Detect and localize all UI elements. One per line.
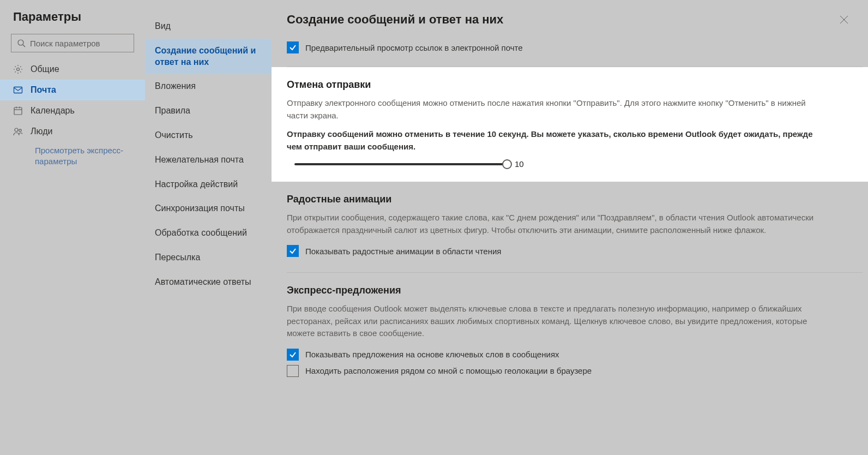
subnav-attachments[interactable]: Вложения <box>145 74 272 99</box>
quick-settings-link[interactable]: Просмотреть экспресс-параметры <box>0 142 145 166</box>
subnav-forwarding[interactable]: Пересылка <box>145 246 272 270</box>
suggest-keywords-label: Показывать предложения на основе ключевы… <box>305 350 559 359</box>
search-box[interactable] <box>11 34 134 52</box>
nav-item-mail[interactable]: Почта <box>0 80 145 100</box>
settings-main-panel: Создание сообщений и ответ на них Предва… <box>272 0 868 455</box>
undo-send-section: Отмена отправки Отправку электронного со… <box>272 67 868 182</box>
joyful-animations-section: Радостные анимации При открытии сообщени… <box>287 182 863 273</box>
nav-item-people[interactable]: Люди <box>0 121 145 142</box>
subnav-sync[interactable]: Синхронизация почты <box>145 196 272 221</box>
suggest-geolocation-label: Находить расположения рядом со мной с по… <box>305 366 592 375</box>
subnav-compose-reply[interactable]: Создание сообщений и ответ на них <box>145 39 272 75</box>
link-preview-section: Предварительный просмотр ссылок в электр… <box>287 38 863 67</box>
suggest-heading: Экспресс-предложения <box>287 285 824 296</box>
search-input[interactable] <box>30 39 128 48</box>
svg-line-1 <box>23 45 25 47</box>
page-title: Создание сообщений и ответ на них <box>287 13 503 27</box>
subnav-automatic-replies[interactable]: Автоматические ответы <box>145 270 272 295</box>
suggest-geolocation-checkbox[interactable] <box>287 365 299 377</box>
svg-rect-3 <box>14 87 22 93</box>
undo-send-desc: Отправку электронного сообщения можно от… <box>287 97 824 122</box>
subnav-message-handling[interactable]: Обработка сообщений <box>145 221 272 246</box>
nav-item-calendar[interactable]: Календарь <box>0 100 145 121</box>
svg-point-0 <box>18 40 23 45</box>
mail-icon <box>13 85 23 95</box>
subnav-rules[interactable]: Правила <box>145 99 272 123</box>
svg-rect-4 <box>14 107 22 115</box>
search-icon <box>17 38 26 48</box>
undo-send-value: 10 <box>515 159 524 169</box>
undo-send-bold-desc: Отправку сообщений можно отменить в тече… <box>287 128 824 153</box>
svg-point-9 <box>19 129 21 131</box>
nav-label: Календарь <box>31 106 75 116</box>
settings-sidebar-secondary: Вид Создание сообщений и ответ на них Вл… <box>145 0 272 455</box>
settings-sidebar-primary: Параметры Общие Почта Календарь <box>0 0 145 455</box>
link-preview-label: Предварительный просмотр ссылок в электр… <box>305 43 523 52</box>
close-button[interactable] <box>835 11 853 28</box>
suggest-desc: При вводе сообщения Outlook может выделя… <box>287 303 824 340</box>
link-preview-checkbox[interactable] <box>287 41 299 53</box>
gear-icon <box>13 64 23 74</box>
nav-label: Почта <box>31 85 56 95</box>
subnav-layout[interactable]: Вид <box>145 14 272 39</box>
nav-item-general[interactable]: Общие <box>0 59 145 80</box>
suggested-replies-section: Экспресс-предложения При вводе сообщения… <box>287 273 863 392</box>
nav-label: Общие <box>31 64 59 74</box>
subnav-customize-actions[interactable]: Настройка действий <box>145 172 272 197</box>
joyful-heading: Радостные анимации <box>287 194 824 205</box>
joyful-desc: При открытии сообщения, содержащего таки… <box>287 212 824 236</box>
subnav-sweep[interactable]: Очистить <box>145 123 272 148</box>
settings-content-scroll[interactable]: Предварительный просмотр ссылок в электр… <box>272 38 868 455</box>
joyful-checkbox[interactable] <box>287 245 299 257</box>
subnav-junk[interactable]: Нежелательная почта <box>145 148 272 172</box>
suggest-keywords-checkbox[interactable] <box>287 349 299 361</box>
people-icon <box>13 127 23 136</box>
svg-point-8 <box>15 128 18 131</box>
calendar-icon <box>13 106 23 116</box>
undo-send-heading: Отмена отправки <box>287 79 824 91</box>
undo-send-slider-thumb[interactable] <box>502 159 512 169</box>
svg-point-2 <box>17 68 20 71</box>
settings-title: Параметры <box>0 10 145 34</box>
nav-label: Люди <box>31 127 52 136</box>
undo-send-slider[interactable] <box>294 163 507 165</box>
joyful-checkbox-label: Показывать радостные анимации в области … <box>305 247 501 256</box>
